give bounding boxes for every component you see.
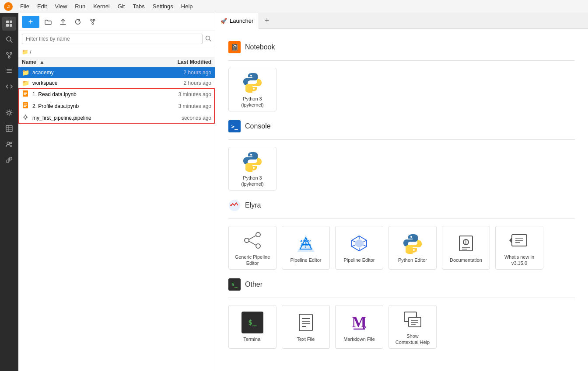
content-area: 🚀 Launcher + 📓 Notebook <box>215 13 588 371</box>
svg-rect-17 <box>6 125 12 132</box>
markdown-file-label: Markdown File <box>343 336 375 342</box>
kubeflow-pipeline-label: Pipeline Editor <box>344 257 375 263</box>
search-input[interactable] <box>22 34 203 44</box>
file-list: 📁 academy 2 hours ago 📁 workspace 2 hour… <box>18 67 215 371</box>
sidebar-code-btn[interactable] <box>2 80 16 94</box>
airflow-pipeline-icon: Apache Airflow <box>295 232 317 254</box>
name-column-header[interactable]: Name ▲ <box>22 59 154 65</box>
kubeflow-pipeline-icon <box>348 232 370 254</box>
launcher-panel: 📓 Notebook <box>215 29 588 371</box>
file-time-pipeline: seconds ago <box>154 115 211 121</box>
svg-rect-81 <box>409 317 421 327</box>
svg-line-32 <box>210 39 211 41</box>
svg-rect-38 <box>24 104 27 104</box>
menu-git[interactable]: Git <box>114 2 129 10</box>
pipeline-icon <box>22 114 30 122</box>
search-submit-icon[interactable] <box>205 35 211 43</box>
svg-rect-39 <box>24 105 27 106</box>
launcher-tab-icon: 🚀 <box>220 18 227 24</box>
svg-point-28 <box>92 23 94 24</box>
contextual-help-card[interactable]: ShowContextual Help <box>388 305 437 349</box>
elyra-cards: Generic PipelineEditor Apache Airflow <box>228 226 575 270</box>
python3-console-label: Python 3(ipykernel) <box>241 175 263 187</box>
python3-console-card[interactable]: Python 3(ipykernel) <box>228 147 276 191</box>
notebook-section-header: 📓 Notebook <box>228 41 575 53</box>
documentation-icon: i <box>455 232 477 254</box>
svg-point-48 <box>245 238 249 243</box>
sidebar-commands-btn[interactable] <box>2 64 16 78</box>
file-row-pipeline[interactable]: my_first_pipeline.pipeline seconds ago <box>18 112 215 124</box>
text-file-icon <box>295 312 317 333</box>
documentation-card[interactable]: i Documentation <box>442 226 490 270</box>
new-tab-button[interactable]: + <box>259 13 275 29</box>
new-folder-button[interactable] <box>42 16 54 28</box>
new-launcher-button[interactable]: + <box>22 16 39 28</box>
modified-column-header[interactable]: Last Modified <box>154 59 211 65</box>
file-row-read-data[interactable]: 1. Read data.ipynb 3 minutes ago <box>18 88 215 100</box>
upload-button[interactable] <box>57 16 69 28</box>
text-file-label: Text File <box>297 336 315 342</box>
file-row-workspace[interactable]: 📁 workspace 2 hours ago <box>18 78 215 88</box>
menu-file[interactable]: File <box>17 2 33 10</box>
sidebar-users-btn[interactable] <box>2 137 16 151</box>
file-time-read-data: 3 minutes ago <box>154 91 211 97</box>
menu-run[interactable]: Run <box>71 2 89 10</box>
file-time-academy: 2 hours ago <box>154 69 211 76</box>
generic-pipeline-card[interactable]: Generic PipelineEditor <box>228 226 276 270</box>
file-name-profile-data: 2. Profile data.ipynb <box>32 103 154 109</box>
file-time-workspace: 2 hours ago <box>154 80 211 86</box>
sidebar-settings-btn[interactable] <box>2 106 16 120</box>
python-editor-card[interactable]: Python Editor <box>388 226 437 270</box>
menu-edit[interactable]: Edit <box>34 2 50 10</box>
folder-icon: 📁 <box>22 69 30 76</box>
sidebar-git-btn[interactable] <box>2 48 16 62</box>
launcher-tab[interactable]: 🚀 Launcher <box>215 13 259 29</box>
svg-point-22 <box>10 142 12 144</box>
svg-text:J: J <box>7 4 10 9</box>
markdown-file-card[interactable]: M Markdown File <box>335 305 383 349</box>
sort-arrow-icon: ▲ <box>39 59 45 65</box>
airflow-pipeline-card[interactable]: Apache Airflow Pipeline Editor <box>282 226 330 270</box>
terminal-icon: $_ <box>242 312 263 333</box>
terminal-card[interactable]: $_ Terminal <box>228 305 276 349</box>
svg-point-49 <box>256 232 260 237</box>
svg-rect-14 <box>7 71 12 72</box>
breadcrumb: 📁 / <box>18 47 215 57</box>
svg-point-8 <box>7 52 8 54</box>
generic-pipeline-label: Generic PipelineEditor <box>235 254 270 267</box>
menu-settings[interactable]: Settings <box>149 2 177 10</box>
whats-new-card[interactable]: What's new inv3.15.0 <box>495 226 543 270</box>
python3-notebook-card[interactable]: Python 3(ipykernel) <box>228 68 276 111</box>
svg-rect-36 <box>24 94 26 95</box>
sidebar-files-btn[interactable] <box>2 17 16 31</box>
file-name-pipeline: my_first_pipeline.pipeline <box>32 115 154 121</box>
menu-view[interactable]: View <box>51 2 70 10</box>
refresh-button[interactable] <box>72 16 84 28</box>
sidebar-extensions-btn[interactable] <box>2 153 16 167</box>
git-button[interactable] <box>87 16 99 28</box>
svg-point-26 <box>91 19 92 21</box>
whats-new-label: What's new inv3.15.0 <box>504 254 534 267</box>
menu-kernel[interactable]: Kernel <box>90 2 113 10</box>
svg-rect-40 <box>24 106 26 107</box>
kubeflow-pipeline-card[interactable]: Pipeline Editor <box>335 226 383 270</box>
svg-line-29 <box>91 21 93 23</box>
svg-rect-35 <box>24 93 27 94</box>
notebook-icon <box>22 90 30 98</box>
svg-rect-2 <box>6 21 9 23</box>
file-panel: + 📁 / <box>18 13 215 371</box>
sidebar-table-btn[interactable] <box>2 121 16 135</box>
file-row-profile-data[interactable]: 2. Profile data.ipynb 3 minutes ago <box>18 100 215 112</box>
menu-tabs[interactable]: Tabs <box>129 2 148 10</box>
sidebar-search-btn[interactable] <box>2 32 16 46</box>
python3-notebook-icon <box>242 71 263 93</box>
svg-line-61 <box>364 240 367 242</box>
console-section-header: >_ Console <box>228 120 575 132</box>
file-row-academy[interactable]: 📁 academy 2 hours ago <box>18 67 215 78</box>
svg-point-27 <box>93 19 95 21</box>
svg-point-10 <box>8 56 10 58</box>
text-file-card[interactable]: Text File <box>282 305 330 349</box>
search-bar <box>18 31 215 47</box>
main-layout: + 📁 / <box>0 13 588 371</box>
menu-help[interactable]: Help <box>178 2 196 10</box>
